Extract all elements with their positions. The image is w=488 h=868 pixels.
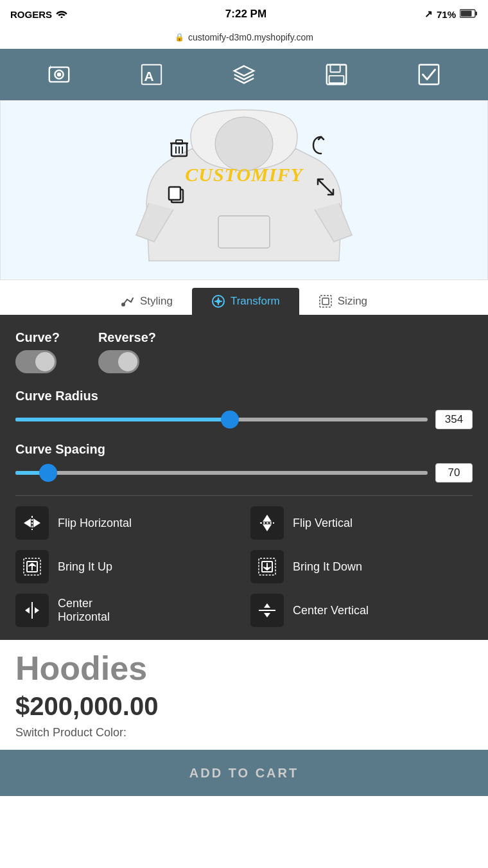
bottom-bar: ADD TO CART — [0, 750, 488, 796]
curve-toggle[interactable] — [15, 350, 57, 373]
location-icon: ↗ — [424, 8, 433, 20]
toggle-row: Curve? Reverse? — [15, 330, 473, 373]
layers-button[interactable] — [227, 57, 261, 92]
tab-styling[interactable]: Styling — [101, 288, 192, 315]
svg-rect-3 — [460, 10, 471, 16]
page-price: $200,000.00 — [0, 687, 488, 726]
center-horizontal-label: Center Horizontal — [58, 597, 110, 624]
wifi-icon — [56, 9, 67, 20]
rotate-icon[interactable] — [310, 134, 332, 161]
add-text-button[interactable]: A — [134, 57, 169, 92]
hoodie-container — [1, 101, 487, 279]
curve-spacing-track[interactable] — [15, 471, 428, 475]
curve-spacing-value[interactable]: 70 — [435, 463, 473, 483]
curve-radius-value[interactable]: 354 — [435, 410, 473, 429]
svg-point-28 — [216, 299, 220, 303]
svg-point-6 — [57, 73, 62, 77]
bring-up-label: Bring It Up — [58, 560, 112, 574]
lock-icon: 🔒 — [175, 33, 184, 42]
page-subtitle: Switch Product Color: — [0, 726, 488, 750]
svg-rect-2 — [475, 12, 477, 15]
svg-marker-10 — [234, 66, 254, 76]
svg-point-15 — [215, 117, 273, 171]
status-right: ↗ 71% — [424, 8, 478, 20]
url-label: customify-d3m0.myshopify.com — [188, 32, 313, 42]
svg-rect-29 — [320, 296, 331, 307]
svg-rect-24 — [169, 187, 180, 200]
flip-vertical-icon-box — [250, 506, 284, 540]
page-content: Hoodies $200,000.00 Switch Product Color… — [0, 640, 488, 750]
canvas-area: CUSTOMIFY — [0, 100, 488, 280]
reverse-toggle-group: Reverse? — [98, 330, 156, 373]
copy-icon[interactable] — [166, 184, 187, 209]
svg-rect-13 — [329, 76, 344, 83]
curve-radius-row: 354 — [15, 410, 473, 429]
flip-vertical-label: Flip Vertical — [293, 517, 353, 530]
tabs-row: Styling Transform Sizing — [0, 280, 488, 315]
svg-rect-19 — [176, 140, 182, 144]
svg-text:A: A — [144, 69, 154, 84]
tab-sizing[interactable]: Sizing — [299, 288, 387, 315]
svg-point-0 — [61, 16, 63, 18]
svg-text:+: + — [49, 64, 53, 71]
confirm-button[interactable] — [412, 57, 446, 92]
battery-label: 71% — [437, 9, 456, 20]
center-vertical-button[interactable]: Center Vertical — [250, 594, 473, 627]
curve-spacing-label: Curve Spacing — [15, 442, 473, 457]
bring-down-icon-box — [250, 550, 284, 583]
transform-panel: Curve? Reverse? Curve Radius 354 Curve S… — [0, 315, 488, 640]
battery-icon — [460, 9, 478, 20]
center-vertical-icon-box — [250, 594, 284, 627]
time-label: 7:22 PM — [225, 8, 266, 21]
curve-label: Curve? — [15, 330, 60, 345]
curve-knob — [35, 352, 55, 371]
bring-up-icon-box — [15, 550, 49, 583]
carrier-label: ROGERS — [10, 9, 52, 20]
svg-rect-12 — [331, 65, 340, 72]
curve-spacing-section: Curve Spacing 70 — [15, 442, 473, 483]
reverse-label: Reverse? — [98, 330, 156, 345]
bring-up-button[interactable]: Bring It Up — [15, 550, 238, 583]
curve-radius-thumb[interactable] — [221, 411, 239, 429]
flip-vertical-button[interactable]: Flip Vertical — [250, 506, 473, 540]
svg-rect-30 — [322, 298, 329, 305]
curve-radius-section: Curve Radius 354 — [15, 389, 473, 429]
svg-point-26 — [121, 303, 125, 306]
page-title: Hoodies — [0, 640, 488, 687]
curve-radius-track[interactable] — [15, 418, 428, 421]
svg-line-25 — [318, 179, 333, 195]
flip-horizontal-icon-box — [15, 506, 49, 540]
panel-divider — [15, 495, 473, 496]
center-vertical-label: Center Vertical — [293, 604, 369, 617]
toolbar: + A — [0, 49, 488, 100]
save-button[interactable] — [319, 57, 354, 92]
actions-grid: Flip Horizontal Flip Vertical — [15, 506, 473, 627]
bring-down-button[interactable]: Bring It Down — [250, 550, 473, 583]
flip-horizontal-button[interactable]: Flip Horizontal — [15, 506, 238, 540]
add-to-cart-button[interactable]: ADD TO CART — [189, 766, 299, 781]
address-bar: 🔒 customify-d3m0.myshopify.com — [0, 28, 488, 49]
delete-icon[interactable] — [169, 138, 189, 163]
curve-spacing-row: 70 — [15, 463, 473, 483]
bring-down-label: Bring It Down — [293, 560, 362, 574]
flip-horizontal-label: Flip Horizontal — [58, 517, 132, 530]
curve-toggle-group: Curve? — [15, 330, 60, 373]
status-left: ROGERS — [10, 9, 67, 20]
resize-icon[interactable] — [315, 177, 336, 202]
reverse-toggle[interactable] — [98, 350, 139, 373]
curve-radius-label: Curve Radius — [15, 389, 473, 403]
status-bar: ROGERS 7:22 PM ↗ 71% — [0, 0, 488, 28]
curve-spacing-thumb[interactable] — [39, 464, 57, 482]
add-photo-button[interactable]: + — [42, 57, 76, 92]
center-horizontal-icon-box — [15, 594, 49, 627]
curve-radius-fill — [15, 418, 230, 421]
reverse-knob — [118, 352, 137, 371]
customify-text[interactable]: CUSTOMIFY — [185, 164, 303, 186]
center-horizontal-button[interactable]: Center Horizontal — [15, 594, 238, 627]
tab-transform[interactable]: Transform — [192, 288, 299, 315]
